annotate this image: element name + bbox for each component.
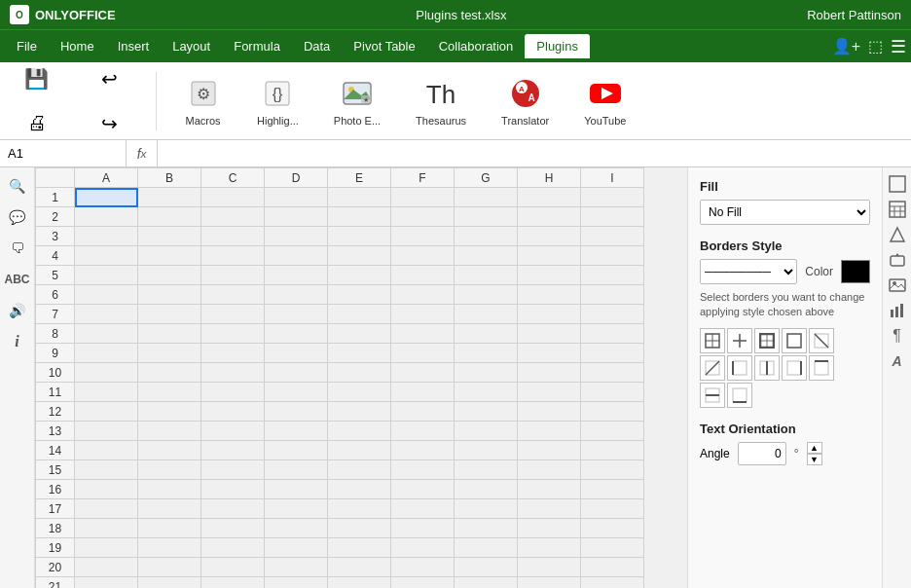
cell-B10[interactable]: [138, 363, 201, 383]
chart-icon[interactable]: [886, 299, 909, 322]
cell-A1[interactable]: [75, 188, 138, 207]
cell-E20[interactable]: [328, 558, 391, 577]
cell-C7[interactable]: [201, 305, 265, 324]
print-button[interactable]: 🖨: [10, 102, 63, 145]
cell-I6[interactable]: [581, 285, 644, 305]
cell-F14[interactable]: [391, 441, 455, 460]
cell-G2[interactable]: [455, 207, 518, 227]
cell-G1[interactable]: [455, 188, 518, 207]
cell-D10[interactable]: [265, 363, 328, 383]
cell-A2[interactable]: [75, 207, 138, 227]
cell-I13[interactable]: [581, 422, 644, 441]
row-header-8[interactable]: 8: [36, 324, 75, 344]
cell-D7[interactable]: [265, 305, 328, 324]
cell-H1[interactable]: [518, 188, 581, 207]
cell-H10[interactable]: [518, 363, 581, 383]
cell-F11[interactable]: [391, 383, 455, 402]
cell-D19[interactable]: [265, 538, 328, 558]
cell-A9[interactable]: [75, 344, 138, 363]
cell-I5[interactable]: [581, 266, 644, 285]
cell-G5[interactable]: [455, 266, 518, 285]
row-header-6[interactable]: 6: [36, 285, 75, 305]
cell-C16[interactable]: [201, 480, 265, 499]
shape-icon[interactable]: [886, 223, 909, 246]
cell-G14[interactable]: [455, 441, 518, 460]
redo-button[interactable]: ↪: [83, 102, 136, 145]
border-diag-down-btn[interactable]: [809, 328, 834, 353]
cell-G9[interactable]: [455, 344, 518, 363]
spellcheck-icon[interactable]: ABC: [4, 266, 31, 293]
cell-F21[interactable]: [391, 577, 455, 589]
col-header-G[interactable]: G: [455, 168, 518, 188]
cell-D18[interactable]: [265, 519, 328, 538]
cell-A21[interactable]: [75, 577, 138, 589]
table-icon[interactable]: [886, 198, 909, 221]
col-header-C[interactable]: C: [201, 168, 265, 188]
cell-D2[interactable]: [265, 207, 328, 227]
cell-A19[interactable]: [75, 538, 138, 558]
cell-F20[interactable]: [391, 558, 455, 577]
translator-button[interactable]: A A Translator: [493, 72, 557, 130]
paragraph-icon[interactable]: ¶: [886, 324, 909, 348]
cell-G17[interactable]: [455, 499, 518, 519]
cell-C1[interactable]: [201, 188, 265, 207]
cell-E19[interactable]: [328, 538, 391, 558]
cell-F10[interactable]: [391, 363, 455, 383]
cell-A6[interactable]: [75, 285, 138, 305]
cell-B16[interactable]: [138, 480, 201, 499]
menu-formula[interactable]: Formula: [222, 34, 292, 58]
cell-I15[interactable]: [581, 460, 644, 480]
row-header-16[interactable]: 16: [36, 480, 75, 499]
cell-B9[interactable]: [138, 344, 201, 363]
cell-I11[interactable]: [581, 383, 644, 402]
cell-D11[interactable]: [265, 383, 328, 402]
border-center-v-btn[interactable]: [754, 355, 780, 381]
speaker-icon[interactable]: 🔊: [4, 297, 31, 324]
cell-D12[interactable]: [265, 402, 328, 422]
menu-icon[interactable]: ☰: [891, 36, 906, 57]
cell-D3[interactable]: [265, 227, 328, 246]
chat-icon[interactable]: 🗨: [4, 235, 31, 262]
row-header-20[interactable]: 20: [36, 558, 75, 577]
cell-A5[interactable]: [75, 266, 138, 285]
cell-E13[interactable]: [328, 422, 391, 441]
angle-up[interactable]: ▲: [807, 442, 822, 454]
cell-A11[interactable]: [75, 383, 138, 402]
menu-plugins[interactable]: Plugins: [525, 34, 590, 58]
cell-G11[interactable]: [455, 383, 518, 402]
cell-F2[interactable]: [391, 207, 455, 227]
row-header-12[interactable]: 12: [36, 402, 75, 422]
cell-G15[interactable]: [455, 460, 518, 480]
cell-I8[interactable]: [581, 324, 644, 344]
highlight-button[interactable]: {} Highlig...: [249, 72, 307, 130]
cell-B13[interactable]: [138, 422, 201, 441]
cell-F6[interactable]: [391, 285, 455, 305]
row-header-18[interactable]: 18: [36, 519, 75, 538]
cell-I7[interactable]: [581, 305, 644, 324]
cell-G21[interactable]: [455, 577, 518, 589]
cell-B4[interactable]: [138, 246, 201, 266]
cell-B17[interactable]: [138, 499, 201, 519]
cell-settings-icon[interactable]: [886, 172, 909, 196]
cell-F8[interactable]: [391, 324, 455, 344]
cell-F12[interactable]: [391, 402, 455, 422]
cell-F16[interactable]: [391, 480, 455, 499]
angle-stepper[interactable]: ▲ ▼: [807, 442, 822, 465]
cell-I16[interactable]: [581, 480, 644, 499]
cell-A18[interactable]: [75, 519, 138, 538]
cell-B2[interactable]: [138, 207, 201, 227]
row-header-11[interactable]: 11: [36, 383, 75, 402]
border-style-dropdown[interactable]: ──────── - - - - - ·········: [700, 259, 797, 284]
row-header-15[interactable]: 15: [36, 460, 75, 480]
image-icon[interactable]: [886, 274, 909, 297]
row-header-2[interactable]: 2: [36, 207, 75, 227]
youtube-button[interactable]: YouTube: [576, 72, 634, 130]
cell-I18[interactable]: [581, 519, 644, 538]
cell-I2[interactable]: [581, 207, 644, 227]
cell-B20[interactable]: [138, 558, 201, 577]
cell-C21[interactable]: [201, 577, 265, 589]
color-picker[interactable]: [841, 260, 870, 283]
undo-button[interactable]: ↩: [83, 57, 136, 100]
cell-reference-input[interactable]: A1: [0, 140, 127, 166]
cell-A15[interactable]: [75, 460, 138, 480]
